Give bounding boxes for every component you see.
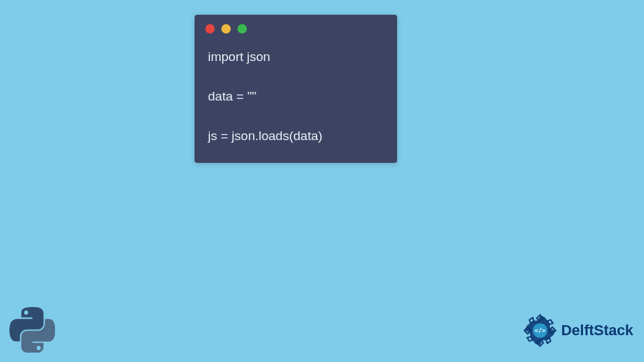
delftstack-name: DelftStack [561, 322, 633, 339]
close-icon[interactable] [205, 24, 215, 34]
maximize-icon[interactable] [237, 24, 247, 34]
code-content: import json data = "" js = json.loads(da… [195, 36, 397, 163]
code-window: import json data = "" js = json.loads(da… [195, 15, 397, 163]
delftstack-logo-icon: </> [523, 314, 557, 347]
window-titlebar [195, 15, 397, 36]
delftstack-branding: </> DelftStack [523, 314, 633, 347]
python-logo-icon [9, 307, 55, 353]
svg-text:</>: </> [535, 326, 546, 334]
minimize-icon[interactable] [221, 24, 231, 34]
